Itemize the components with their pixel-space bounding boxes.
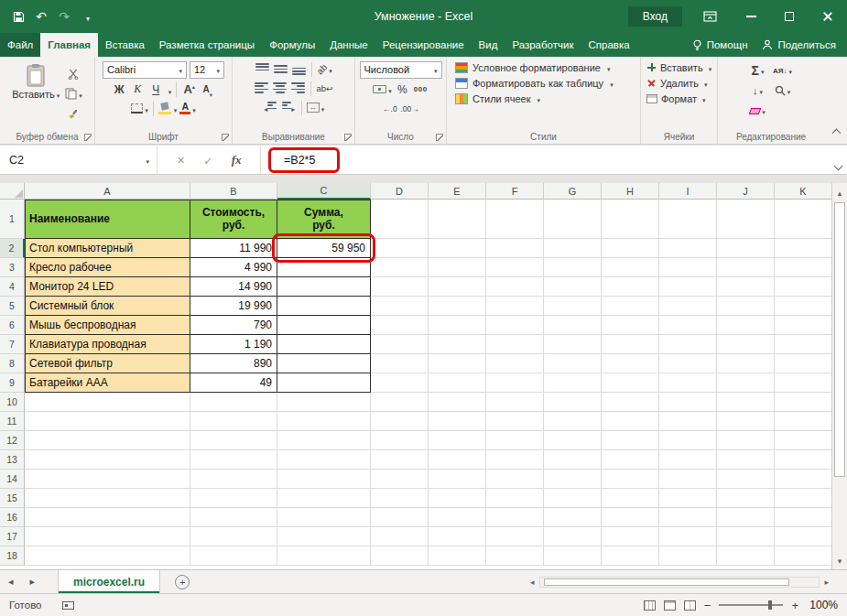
row-header-1[interactable]: 1 — [0, 200, 25, 239]
minimize-button[interactable] — [732, 0, 770, 33]
cell-E18[interactable] — [429, 546, 486, 566]
align-middle-button[interactable] — [273, 61, 288, 78]
select-all-corner[interactable] — [0, 183, 25, 200]
cell-G3[interactable] — [544, 258, 602, 277]
cell-D13[interactable] — [371, 450, 429, 470]
row-header-9[interactable]: 9 — [0, 373, 25, 393]
row-header-15[interactable]: 15 — [0, 489, 25, 508]
cell-E15[interactable] — [429, 489, 486, 508]
cell-E2[interactable] — [429, 239, 486, 258]
cell-J3[interactable] — [717, 258, 775, 277]
cell-E17[interactable] — [429, 527, 486, 546]
increase-indent-button[interactable] — [281, 100, 297, 116]
align-bottom-button[interactable] — [291, 61, 307, 78]
cell-B17[interactable] — [190, 527, 277, 546]
copy-button[interactable] — [65, 86, 82, 103]
vertical-scrollbar-thumb[interactable] — [834, 202, 845, 477]
cancel-entry-button[interactable] — [177, 152, 184, 168]
cell-H8[interactable] — [602, 354, 659, 373]
cell-E12[interactable] — [429, 431, 486, 450]
cell-K17[interactable] — [775, 527, 831, 546]
accounting-format-button[interactable] — [373, 81, 392, 98]
cell-G6[interactable] — [544, 316, 602, 335]
cell-C2[interactable]: 59 950 — [277, 239, 371, 258]
decrease-decimal-button[interactable]: .00→ — [400, 101, 418, 117]
cell-F18[interactable] — [486, 546, 544, 566]
cell-F3[interactable] — [486, 258, 544, 277]
cell-E1[interactable] — [429, 200, 486, 239]
collapse-ribbon-button[interactable] — [833, 124, 840, 140]
cell-I9[interactable] — [659, 373, 717, 393]
cell-B11[interactable] — [190, 412, 277, 431]
cell-D4[interactable] — [371, 277, 429, 297]
cell-I6[interactable] — [659, 316, 717, 335]
font-size-select[interactable]: 12 — [190, 61, 224, 79]
dialog-launcher-icon[interactable] — [436, 134, 443, 141]
fill-button[interactable]: ↓ — [750, 82, 766, 99]
cell-H15[interactable] — [602, 489, 659, 508]
cell-F16[interactable] — [486, 508, 544, 527]
ribbon-tab-вставка[interactable]: Вставка — [98, 33, 152, 57]
cell-G18[interactable] — [544, 546, 602, 566]
undo-button[interactable]: ↶ — [34, 8, 49, 25]
row-header-17[interactable]: 17 — [0, 527, 25, 546]
cell-A12[interactable] — [25, 431, 190, 450]
cell-C1[interactable]: Сумма, руб. — [277, 200, 371, 239]
share-button[interactable]: Поделиться — [762, 39, 836, 50]
cell-D16[interactable] — [371, 508, 429, 527]
dialog-launcher-icon[interactable] — [222, 134, 229, 141]
cell-K4[interactable] — [775, 277, 831, 297]
cell-J1[interactable] — [717, 200, 775, 239]
italic-button[interactable]: К — [130, 81, 146, 98]
cell-B3[interactable]: 4 990 — [190, 258, 277, 277]
cell-G16[interactable] — [544, 508, 602, 527]
cell-E6[interactable] — [429, 316, 486, 335]
cell-C16[interactable] — [277, 508, 371, 527]
paste-button[interactable]: Вставить — [12, 61, 60, 100]
row-header-11[interactable]: 11 — [0, 412, 25, 431]
cell-B18[interactable] — [190, 546, 277, 566]
cell-I4[interactable] — [659, 277, 717, 297]
cell-B12[interactable] — [190, 431, 277, 450]
cell-D10[interactable] — [371, 393, 429, 412]
assistant-button[interactable]: Помощн — [692, 39, 748, 51]
cell-K16[interactable] — [775, 508, 831, 527]
insert-cells-button[interactable]: Вставить — [646, 62, 711, 73]
cell-B14[interactable] — [190, 470, 277, 489]
cell-A10[interactable] — [25, 393, 190, 412]
cell-H6[interactable] — [602, 316, 659, 335]
row-header-2[interactable]: 2 — [0, 239, 25, 258]
cell-A3[interactable]: Кресло рабочее — [25, 258, 190, 277]
conditional-formatting-button[interactable]: Условное форматирование — [449, 62, 638, 73]
cell-A8[interactable]: Сетевой фильтр — [25, 354, 190, 373]
cell-C8[interactable] — [277, 354, 371, 373]
cell-A17[interactable] — [25, 527, 190, 546]
cell-styles-button[interactable]: Стили ячеек — [449, 93, 638, 104]
scroll-right-icon[interactable] — [822, 578, 831, 587]
cell-C18[interactable] — [277, 546, 371, 566]
column-header-D[interactable]: D — [371, 183, 429, 200]
align-center-button[interactable] — [272, 81, 288, 97]
cell-H10[interactable] — [602, 393, 659, 412]
cell-J5[interactable] — [717, 297, 775, 316]
cell-A11[interactable] — [25, 412, 190, 431]
cell-K15[interactable] — [775, 489, 831, 508]
cell-A4[interactable]: Монитор 24 LED — [25, 277, 190, 297]
vertical-scrollbar[interactable] — [831, 183, 847, 569]
column-header-G[interactable]: G — [544, 183, 602, 200]
row-header-18[interactable]: 18 — [0, 546, 25, 566]
cell-K8[interactable] — [775, 354, 831, 373]
cell-C4[interactable] — [277, 277, 371, 297]
cell-F17[interactable] — [486, 527, 544, 546]
cell-I1[interactable] — [659, 200, 717, 239]
dialog-launcher-icon[interactable] — [84, 134, 92, 141]
font-family-select[interactable]: Calibri — [103, 61, 187, 79]
format-as-table-button[interactable]: Форматировать как таблицу — [449, 78, 638, 89]
cell-C15[interactable] — [277, 489, 371, 508]
column-header-C[interactable]: C — [277, 183, 371, 200]
cell-F7[interactable] — [486, 335, 544, 354]
cell-I7[interactable] — [659, 335, 717, 354]
column-header-A[interactable]: A — [25, 183, 190, 200]
cell-D14[interactable] — [371, 470, 429, 489]
ribbon-tab-формулы[interactable]: Формулы — [262, 33, 322, 57]
